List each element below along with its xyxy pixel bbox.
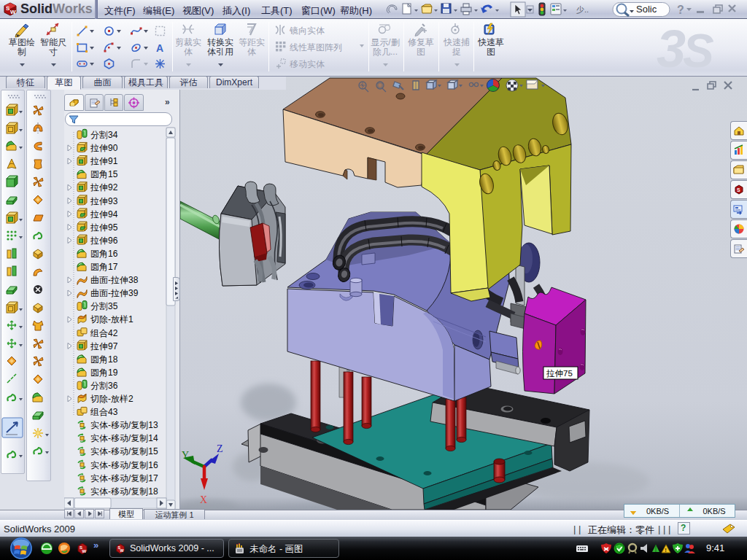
- svg-text:分割35: 分割35: [90, 301, 118, 311]
- svg-text:少..: 少..: [576, 5, 589, 14]
- svg-text:实体-移动/复制16: 实体-移动/复制16: [90, 460, 158, 470]
- svg-text:W: W: [10, 9, 16, 15]
- svg-text:圆角18: 圆角18: [90, 354, 118, 365]
- svg-text:曲面-拉伸38: 曲面-拉伸38: [90, 275, 139, 285]
- svg-text:实体-移动/复制14: 实体-移动/复制14: [90, 433, 158, 443]
- svg-text:实体-移动/复制18: 实体-移动/复制18: [90, 486, 158, 497]
- svg-text:切除-放样1: 切除-放样1: [90, 314, 133, 324]
- svg-text:拉伸93: 拉伸93: [90, 196, 118, 206]
- svg-text:S: S: [737, 187, 740, 192]
- svg-text:切除-放样2: 切除-放样2: [90, 394, 133, 404]
- svg-text:A: A: [156, 42, 163, 54]
- svg-text:拉伸96: 拉伸96: [90, 236, 118, 246]
- svg-text:分割34: 分割34: [90, 130, 118, 140]
- svg-text:拉伸92: 拉伸92: [90, 182, 118, 192]
- svg-text:»: »: [93, 540, 98, 551]
- svg-text:曲面-拉伸39: 曲面-拉伸39: [90, 288, 139, 298]
- svg-text:圆角17: 圆角17: [90, 262, 118, 272]
- svg-text:拉伸97: 拉伸97: [90, 341, 118, 351]
- svg-text:拉伸95: 拉伸95: [90, 222, 118, 233]
- svg-text:实体-移动/复制13: 实体-移动/复制13: [90, 420, 158, 430]
- svg-text:Solic: Solic: [636, 4, 657, 15]
- svg-text:组合43: 组合43: [90, 407, 118, 417]
- svg-text:Z: Z: [217, 443, 223, 454]
- svg-text:拉伸91: 拉伸91: [90, 156, 118, 166]
- svg-text:拉伸90: 拉伸90: [90, 143, 118, 153]
- svg-text:圆角19: 圆角19: [90, 368, 118, 378]
- svg-text:X: X: [200, 494, 207, 505]
- svg-text:?: ?: [677, 4, 684, 16]
- svg-text:拉伸94: 拉伸94: [90, 209, 118, 219]
- svg-text:实体-移动/复制15: 实体-移动/复制15: [90, 446, 158, 456]
- svg-text:!: !: [665, 547, 667, 553]
- svg-text:分割36: 分割36: [90, 381, 118, 391]
- svg-text:圆角15: 圆角15: [90, 169, 118, 179]
- svg-text:Y: Y: [182, 450, 189, 461]
- svg-text:组合42: 组合42: [90, 328, 118, 338]
- svg-text:实体-移动/复制17: 实体-移动/复制17: [90, 473, 158, 483]
- svg-text:W: W: [82, 549, 87, 553]
- svg-text:拉伸75: 拉伸75: [546, 369, 573, 378]
- svg-text:圆角16: 圆角16: [90, 249, 118, 259]
